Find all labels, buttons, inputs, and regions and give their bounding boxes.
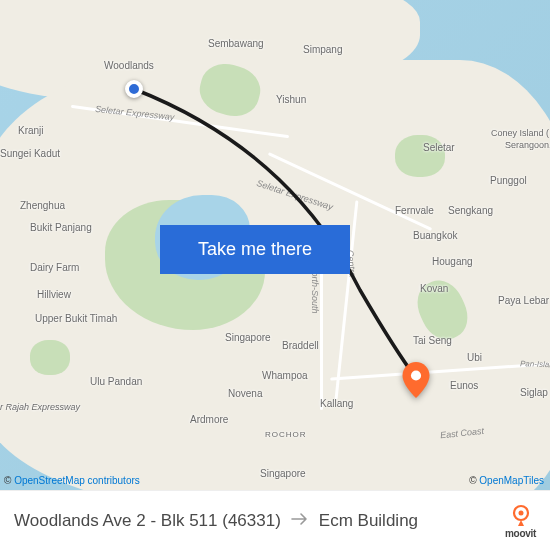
place-label: Singapore — [225, 332, 271, 343]
place-label: Sengkang — [448, 205, 493, 216]
place-label: Simpang — [303, 44, 342, 55]
place-label: Serangoon. — [505, 140, 550, 150]
place-label: Paya Lebar — [498, 295, 549, 306]
place-label: Coney Island ( — [491, 128, 549, 138]
place-label: Braddell — [282, 340, 319, 351]
route-footer: Woodlands Ave 2 - Blk 511 (46331) Ecm Bu… — [0, 490, 550, 550]
place-label: Bukit Panjang — [30, 222, 92, 233]
place-label: Kallang — [320, 398, 353, 409]
svg-point-2 — [518, 510, 523, 515]
place-label: Woodlands — [104, 60, 154, 71]
place-label: Hougang — [432, 256, 473, 267]
place-label: Fernvale — [395, 205, 434, 216]
road-decoration — [320, 250, 323, 410]
place-label: er Rajah Expressway — [0, 402, 80, 412]
map-viewport[interactable]: Seletar Expressway Seletar Expressway No… — [0, 0, 550, 490]
openmaptiles-link[interactable]: OpenMapTiles — [479, 475, 544, 486]
place-label: Zhenghua — [20, 200, 65, 211]
take-me-there-button[interactable]: Take me there — [160, 225, 350, 274]
svg-point-0 — [411, 370, 421, 380]
place-label: Whampoa — [262, 370, 308, 381]
arrow-right-icon — [291, 511, 309, 531]
place-label: Hillview — [37, 289, 71, 300]
origin-text: Woodlands Ave 2 - Blk 511 (46331) — [14, 511, 281, 531]
place-label: Upper Bukit Timah — [35, 313, 117, 324]
place-label: Ardmore — [190, 414, 228, 425]
map-pin-icon — [402, 362, 430, 398]
attribution-right: © OpenMapTiles — [469, 475, 544, 486]
attribution-left: © OpenStreetMap contributors — [4, 475, 140, 486]
place-label: Yishun — [276, 94, 306, 105]
place-label: Eunos — [450, 380, 478, 391]
place-label: ROCHOR — [265, 430, 307, 439]
place-label: Dairy Farm — [30, 262, 79, 273]
place-label: Seletar — [423, 142, 455, 153]
moovit-logo-text: moovit — [505, 528, 536, 539]
destination-text: Ecm Building — [319, 511, 418, 531]
origin-marker[interactable] — [125, 80, 143, 98]
place-label: Buangkok — [413, 230, 457, 241]
place-label: Siglap — [520, 387, 548, 398]
place-label: Novena — [228, 388, 262, 399]
place-label: Kranji — [18, 125, 44, 136]
place-label: Ulu Pandan — [90, 376, 142, 387]
place-label: Sembawang — [208, 38, 264, 49]
place-label: Punggol — [490, 175, 527, 186]
place-label: Ubi — [467, 352, 482, 363]
park-area — [30, 340, 70, 375]
osm-link[interactable]: OpenStreetMap contributors — [14, 475, 140, 486]
place-label: Tai Seng — [413, 335, 452, 346]
destination-marker[interactable] — [402, 362, 430, 390]
place-label: Kovan — [420, 283, 448, 294]
landmass-decoration — [0, 60, 550, 490]
place-label: Singapore — [260, 468, 306, 479]
moovit-logo-icon — [509, 503, 533, 527]
route-description: Woodlands Ave 2 - Blk 511 (46331) Ecm Bu… — [14, 511, 495, 531]
place-label: Sungei Kadut — [0, 148, 60, 159]
moovit-logo[interactable]: moovit — [505, 503, 536, 539]
road-label: Pan-Island Ex — [520, 359, 550, 370]
